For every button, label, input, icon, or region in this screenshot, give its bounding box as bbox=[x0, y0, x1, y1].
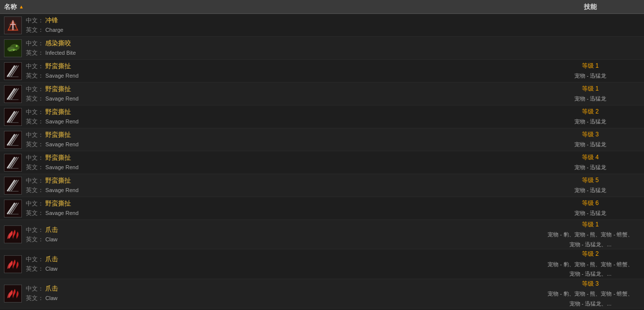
ability-icon bbox=[4, 108, 22, 126]
name-cn-row: 中文： 爪击 bbox=[26, 284, 58, 293]
cell-name: 中文： 野蛮撕扯 英文： Savage Rend bbox=[0, 128, 537, 151]
skill-pets: 宠物 - 迅猛龙、... bbox=[569, 240, 612, 249]
table-row[interactable]: 中文： 野蛮撕扯 英文： Savage Rend 等级 2 宠物 - 迅猛龙 bbox=[0, 105, 644, 128]
name-en-row: 英文： Claw bbox=[26, 294, 58, 303]
ability-icon bbox=[4, 200, 22, 217]
skill-level: 等级 3 bbox=[582, 279, 599, 289]
table-row[interactable]: 中文： 野蛮撕扯 英文： Savage Rend 等级 4 宠物 - 迅猛龙 bbox=[0, 151, 644, 174]
skill-pets: 宠物 - 迅猛龙 bbox=[574, 140, 607, 149]
skill-pets: 宠物 - 迅猛龙、... bbox=[569, 270, 612, 279]
svg-point-8 bbox=[16, 45, 18, 47]
cell-name: 中文： 野蛮撕扯 英文： Savage Rend bbox=[0, 197, 537, 219]
cell-skill: 等级 1 宠物 - 迅猛龙 bbox=[537, 84, 644, 103]
ability-name-en: Savage Rend bbox=[45, 118, 79, 124]
name-cn-row: 中文： 野蛮撕扯 bbox=[26, 62, 79, 71]
label-cn: 中文： bbox=[26, 131, 44, 138]
label-cn: 中文： bbox=[26, 86, 44, 93]
cell-name: 中文： 野蛮撕扯 英文： Savage Rend bbox=[0, 105, 537, 128]
cell-skill: 等级 3 宠物 - 迅猛龙 bbox=[537, 130, 644, 149]
skill-info: 等级 4 宠物 - 迅猛龙 bbox=[537, 153, 644, 172]
ability-icon bbox=[4, 85, 22, 103]
ability-icon bbox=[4, 16, 22, 34]
skill-level: 等级 1 bbox=[582, 220, 599, 229]
name-en-row: 英文： Claw bbox=[26, 235, 58, 244]
name-texts: 中文： 野蛮撕扯 英文： Savage Rend bbox=[26, 176, 79, 195]
ability-name-en: Claw bbox=[45, 236, 57, 242]
main-table: 名称 ▲ 技能 中文： 冲锋 英文： Ch bbox=[0, 0, 644, 310]
name-en-row: 英文： Savage Rend bbox=[26, 186, 79, 195]
table-row[interactable]: 中文： 野蛮撕扯 英文： Savage Rend 等级 5 宠物 - 迅猛龙 bbox=[0, 174, 644, 197]
cell-skill: 等级 2 宠物 - 迅猛龙 bbox=[537, 107, 644, 126]
name-en-row: 英文： Savage Rend bbox=[26, 72, 79, 80]
ability-name-en: Claw bbox=[45, 295, 57, 301]
name-cn-row: 中文： 野蛮撕扯 bbox=[26, 107, 79, 116]
ability-name-en: Claw bbox=[45, 266, 57, 272]
name-cn-row: 中文： 野蛮撕扯 bbox=[26, 130, 79, 139]
cell-name: 中文： 野蛮撕扯 英文： Savage Rend bbox=[0, 60, 537, 82]
cell-name: 中文： 野蛮撕扯 英文： Savage Rend bbox=[0, 174, 537, 197]
ability-name-cn: 爪击 bbox=[45, 285, 58, 292]
ability-name-cn: 爪击 bbox=[45, 255, 58, 263]
skill-pets: 宠物 - 迅猛龙、... bbox=[569, 300, 612, 309]
skill-level: 等级 2 bbox=[582, 249, 599, 259]
name-cn-row: 中文： 爪击 bbox=[26, 225, 58, 234]
table-row[interactable]: 中文： 野蛮撕扯 英文： Savage Rend 等级 1 宠物 - 迅猛龙 bbox=[0, 83, 644, 105]
cell-skill: 等级 3 宠物 - 豹、宠物 - 熊、宠物 - 螃蟹、宠物 - 迅猛龙、... bbox=[537, 279, 644, 308]
name-texts: 中文： 感染撕咬 英文： Infected Bite bbox=[26, 39, 76, 57]
name-texts: 中文： 野蛮撕扯 英文： Savage Rend bbox=[26, 107, 79, 126]
cell-name: 中文： 感染撕咬 英文： Infected Bite bbox=[0, 37, 537, 59]
skill-level: 等级 1 bbox=[582, 61, 599, 71]
skill-info: 等级 5 宠物 - 迅猛龙 bbox=[537, 176, 644, 195]
header-skill-label: 技能 bbox=[584, 3, 597, 10]
name-cn-row: 中文： 野蛮撕扯 bbox=[26, 176, 79, 185]
table-body: 中文： 冲锋 英文： Charge bbox=[0, 14, 644, 310]
skill-pets: 宠物 - 豹、宠物 - 熊、宠物 - 螃蟹、 bbox=[548, 260, 633, 269]
name-cn-row: 中文： 野蛮撕扯 bbox=[26, 85, 79, 94]
label-cn: 中文： bbox=[26, 200, 44, 207]
label-cn: 中文： bbox=[26, 154, 44, 161]
ability-name-cn: 野蛮撕扯 bbox=[45, 154, 71, 161]
name-en-row: 英文： Claw bbox=[26, 265, 58, 273]
name-en-row: 英文： Savage Rend bbox=[26, 140, 79, 149]
name-en-row: 英文： Savage Rend bbox=[26, 209, 79, 217]
ability-name-en: Savage Rend bbox=[45, 96, 79, 102]
label-en: 英文： bbox=[26, 236, 44, 243]
label-en: 英文： bbox=[26, 209, 44, 216]
name-texts: 中文： 野蛮撕扯 英文： Savage Rend bbox=[26, 130, 79, 149]
header-name-label: 名称 bbox=[4, 2, 17, 11]
name-texts: 中文： 野蛮撕扯 英文： Savage Rend bbox=[26, 85, 79, 103]
skill-level: 等级 3 bbox=[582, 130, 599, 139]
skill-info: 等级 2 宠物 - 豹、宠物 - 熊、宠物 - 螃蟹、宠物 - 迅猛龙、... bbox=[537, 249, 644, 278]
cell-name: 中文： 爪击 英文： Claw bbox=[0, 223, 537, 246]
name-cn-row: 中文： 爪击 bbox=[26, 255, 58, 264]
header-skill-col[interactable]: 技能 bbox=[537, 2, 644, 11]
cell-skill: 等级 1 宠物 - 豹、宠物 - 熊、宠物 - 螃蟹、宠物 - 迅猛龙、... bbox=[537, 220, 644, 249]
name-texts: 中文： 冲锋 英文： Charge bbox=[26, 16, 63, 34]
label-en: 英文： bbox=[26, 265, 44, 272]
sort-arrow-icon[interactable]: ▲ bbox=[19, 4, 24, 9]
name-texts: 中文： 爪击 英文： Claw bbox=[26, 255, 58, 273]
table-row[interactable]: 中文： 爪击 英文： Claw 等级 3 宠物 - 豹、宠物 - 熊、宠物 - … bbox=[0, 279, 644, 309]
table-row[interactable]: 中文： 爪击 英文： Claw 等级 1 宠物 - 豹、宠物 - 熊、宠物 - … bbox=[0, 220, 644, 249]
ability-name-en: Savage Rend bbox=[45, 210, 79, 216]
table-row[interactable]: 中文： 野蛮撕扯 英文： Savage Rend 等级 6 宠物 - 迅猛龙 bbox=[0, 197, 644, 220]
label-en: 英文： bbox=[26, 26, 44, 33]
ability-icon bbox=[4, 62, 22, 80]
ability-name-cn: 野蛮撕扯 bbox=[45, 108, 71, 115]
table-row[interactable]: 中文： 感染撕咬 英文： Infected Bite bbox=[0, 37, 644, 60]
ability-name-cn: 野蛮撕扯 bbox=[45, 177, 71, 184]
name-texts: 中文： 野蛮撕扯 英文： Savage Rend bbox=[26, 199, 79, 217]
ability-icon bbox=[4, 225, 22, 243]
skill-level: 等级 1 bbox=[582, 84, 599, 94]
name-texts: 中文： 爪击 英文： Claw bbox=[26, 225, 58, 244]
table-row[interactable]: 中文： 野蛮撕扯 英文： Savage Rend 等级 1 宠物 - 迅猛龙 bbox=[0, 60, 644, 83]
header-name-col[interactable]: 名称 ▲ bbox=[0, 2, 537, 11]
table-row[interactable]: 中文： 冲锋 英文： Charge bbox=[0, 14, 644, 37]
ability-name-cn: 野蛮撕扯 bbox=[45, 62, 71, 70]
ability-name-en: Savage Rend bbox=[45, 73, 79, 79]
cell-name: 中文： 冲锋 英文： Charge bbox=[0, 14, 537, 36]
table-row[interactable]: 中文： 爪击 英文： Claw 等级 2 宠物 - 豹、宠物 - 熊、宠物 - … bbox=[0, 249, 644, 279]
skill-pets: 宠物 - 迅猛龙 bbox=[574, 95, 607, 103]
label-en: 英文： bbox=[26, 49, 44, 56]
table-row[interactable]: 中文： 野蛮撕扯 英文： Savage Rend 等级 3 宠物 - 迅猛龙 bbox=[0, 128, 644, 151]
